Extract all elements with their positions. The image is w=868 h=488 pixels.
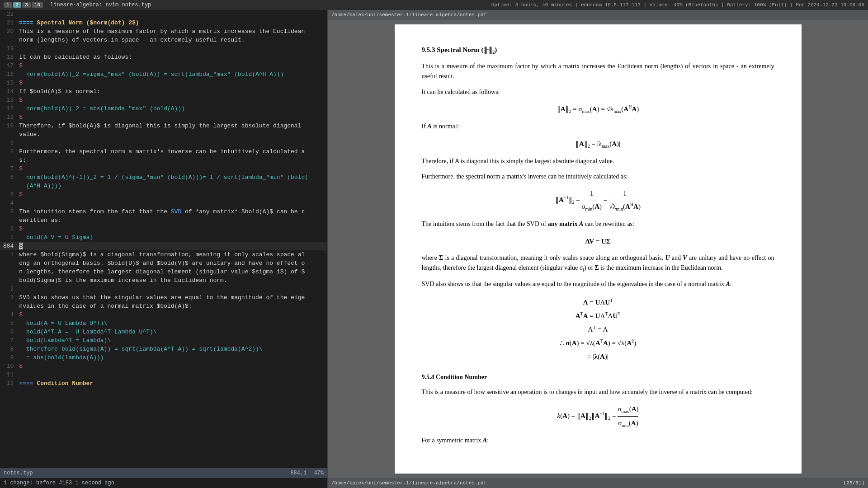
line-content: $ bbox=[17, 242, 327, 250]
tab-1[interactable]: 1 bbox=[4, 2, 12, 8]
pdf-page[interactable]: 9.5.3 Spectral Norm (‖·‖2) This is a mea… bbox=[395, 24, 802, 474]
line-number: 19 bbox=[0, 44, 17, 53]
editor-filename: notes.typ bbox=[4, 470, 33, 476]
line-number bbox=[0, 302, 17, 310]
editor-line: 1 bold(A V = U Sigma) bbox=[0, 233, 327, 242]
line-content: Therefore, if $bold(A)$ is diagonal this… bbox=[17, 122, 327, 130]
editor-line: n lengths, therefore the largest diagona… bbox=[0, 267, 327, 276]
line-content: bold(A = U Lambda U^T)\ bbox=[17, 319, 327, 328]
pdf-paragraph: This is a measure of the maximum factor … bbox=[422, 61, 774, 82]
pdf-path: /home/kalek/uni/semester-1/lineare-algeb… bbox=[331, 12, 486, 18]
pdf-paragraph: Furthermore, the spectral norm a matrix'… bbox=[422, 172, 774, 182]
line-number bbox=[0, 36, 17, 44]
editor-line: 20 This is a measure of the maximum fact… bbox=[0, 27, 327, 36]
tab-2[interactable]: 2 bbox=[13, 2, 22, 8]
editor-line: 18 It can be calculated as follows: bbox=[0, 53, 327, 61]
pdf-math-normal-derivation: A = UΛUT ATA = UΛTΛUT ΛT = Λ ∴ σ(A) = √λ… bbox=[422, 296, 774, 363]
change-message: 1 change; before #183 1 second ago bbox=[4, 480, 114, 486]
line-content: n lengths, therefore the largest diagona… bbox=[17, 267, 327, 276]
editor-line: 12 ==== Condition Number bbox=[0, 379, 327, 388]
pdf-content[interactable]: 9.5.3 Spectral Norm (‖·‖2) This is a mea… bbox=[328, 20, 868, 478]
pdf-paragraph: If A is normal: bbox=[422, 122, 774, 131]
line-number: 7 bbox=[0, 336, 17, 345]
line-content: $ bbox=[17, 113, 327, 122]
scroll-percent: 47% bbox=[314, 470, 324, 476]
line-content bbox=[17, 199, 327, 207]
editor-line: 6 norm(bold(A)^(-1))_2 = 1 / (sigma_"min… bbox=[0, 173, 327, 182]
editor-content[interactable]: 22 21 ==== Spectral Norm ($norm(dot)_2$)… bbox=[0, 10, 327, 468]
line-number: 884 bbox=[0, 242, 17, 250]
line-content: ewritten as: bbox=[17, 216, 327, 225]
line-content bbox=[17, 10, 327, 19]
tab-3[interactable]: 3 bbox=[22, 2, 31, 8]
editor-line: 17 $ bbox=[0, 61, 327, 70]
editor-line: bold(Sigma)$ is the maximum increase in … bbox=[0, 276, 327, 285]
pdf-math-formula-normal: ‖A‖2 = |λmax(A)| bbox=[422, 138, 774, 150]
line-number: 2 bbox=[0, 225, 17, 233]
line-content: $ bbox=[17, 79, 327, 87]
editor-line: 9 bbox=[0, 139, 327, 147]
editor-line: 3 The intuition stems from the fact that… bbox=[0, 207, 327, 216]
editor-line: (A^H A)))) bbox=[0, 182, 327, 190]
line-content: $ bbox=[17, 96, 327, 104]
line-number: 18 bbox=[0, 53, 17, 61]
line-content: Furthermore, the spectral norm a matrix'… bbox=[17, 147, 327, 156]
line-content: value. bbox=[17, 130, 327, 139]
editor-line: 21 ==== Spectral Norm ($norm(dot)_2$) bbox=[0, 19, 327, 27]
line-number: 3 bbox=[0, 293, 17, 302]
line-content: norm(bold(A))_2 =sigma_"max" (bold(A)) =… bbox=[17, 70, 327, 79]
editor-line: 15 $ bbox=[0, 79, 327, 87]
line-number: 4 bbox=[0, 199, 17, 207]
pdf-bottom-path: /home/kalek/uni/semester-1/lineare-algeb… bbox=[331, 480, 486, 486]
pdf-paragraph: This is a measure of how sensitive an op… bbox=[422, 387, 774, 397]
statusbar-left: notes.typ bbox=[4, 470, 33, 476]
editor-line: 3 SVD also shows us that the singular va… bbox=[0, 293, 327, 302]
line-content: s: bbox=[17, 156, 327, 164]
editor-msgbar: 1 change; before #183 1 second ago bbox=[0, 478, 327, 488]
pdf-math-formula: ‖A‖2 = σmax(A) = √λmax(AHA) bbox=[422, 103, 774, 115]
editor-line: norm (lengths) of vectors in space - an … bbox=[0, 36, 327, 44]
line-content: norm(bold(A)^(-1))_2 = 1 / (sigma_"min" … bbox=[17, 173, 327, 182]
line-content: bold(A V = U Sigma) bbox=[17, 233, 327, 242]
line-number bbox=[0, 130, 17, 139]
line-number: 21 bbox=[0, 19, 17, 27]
line-content: ong an orthogonal basis. $bold(U)$ and $… bbox=[17, 259, 327, 267]
editor-line: ewritten as: bbox=[0, 216, 327, 225]
line-content: bold(Sigma)$ is the maximum increase in … bbox=[17, 276, 327, 285]
line-number: 10 bbox=[0, 362, 17, 371]
line-number bbox=[0, 276, 17, 285]
editor-line: 12 norm(bold(A))_2 = abs(lambda_"max" (b… bbox=[0, 104, 327, 113]
pdf-paragraph: where Σ is a diagonal transformation, me… bbox=[422, 253, 774, 274]
line-number: 2 bbox=[0, 285, 17, 293]
pdf-paragraph: The intuition stems from the fact that t… bbox=[422, 219, 774, 229]
editor-line: 7 bold(Lambda^T = Lambda)\ bbox=[0, 336, 327, 345]
line-content bbox=[17, 139, 327, 147]
system-info: Uptime: 8 hours, 40 minutes | eduroam 10… bbox=[491, 2, 864, 8]
editor-pane[interactable]: 22 21 ==== Spectral Norm ($norm(dot)_2$)… bbox=[0, 10, 328, 488]
statusbar-right: 884,1 47% bbox=[290, 470, 324, 476]
line-number: 8 bbox=[0, 147, 17, 156]
editor-line: 22 bbox=[0, 10, 327, 19]
line-number: 17 bbox=[0, 61, 17, 70]
editor-line: 4 $ bbox=[0, 310, 327, 319]
editor-line: 16 norm(bold(A))_2 =sigma_"max" (bold(A)… bbox=[0, 70, 327, 79]
tab-10[interactable]: 10 bbox=[32, 2, 43, 8]
line-number: 8 bbox=[0, 345, 17, 353]
line-number bbox=[0, 259, 17, 267]
line-number: 22 bbox=[0, 10, 17, 19]
pdf-page-info: [25/81] bbox=[844, 480, 864, 486]
line-content: norm (lengths) of vectors in space - an … bbox=[17, 36, 327, 44]
pdf-pane[interactable]: /home/kalek/uni/semester-1/lineare-algeb… bbox=[328, 10, 868, 488]
editor-line: value. bbox=[0, 130, 327, 139]
line-number bbox=[0, 182, 17, 190]
pdf-math-condition: k(A) = ‖A‖2‖A−1‖2 = σmax(A) σmin(A) bbox=[422, 404, 774, 429]
line-content: This is a measure of the maximum factor … bbox=[17, 27, 327, 36]
line-number bbox=[0, 267, 17, 276]
top-status-bar: 1 2 3 10 lineare-algebra: nvim notes.typ… bbox=[0, 0, 868, 10]
editor-line: 14 If $bold(A)$ is normal: bbox=[0, 87, 327, 96]
pdf-paragraph: SVD also shows us that the singular valu… bbox=[422, 279, 774, 289]
line-number: 1 bbox=[0, 250, 17, 259]
tab-bar[interactable]: 1 2 3 10 bbox=[4, 2, 43, 8]
line-number bbox=[0, 216, 17, 225]
editor-line: s: bbox=[0, 156, 327, 164]
